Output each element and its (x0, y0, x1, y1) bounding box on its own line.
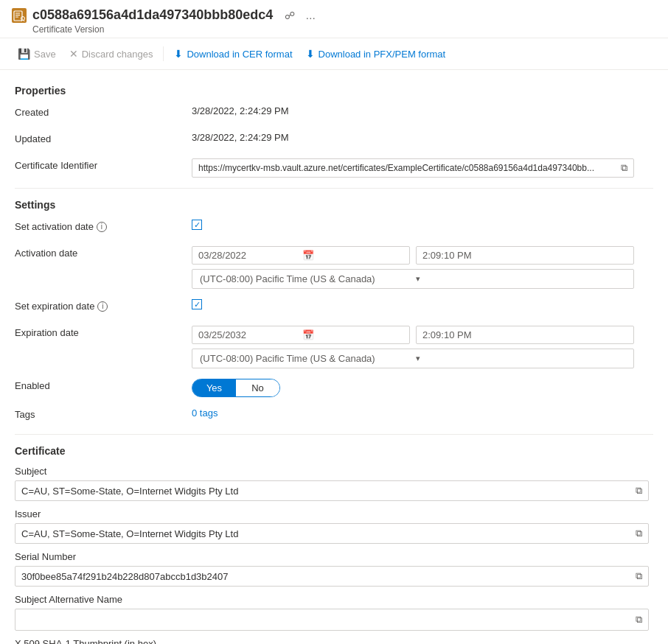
san-section: Subject Alternative Name ⧉ (15, 594, 653, 631)
set-activation-row: Set activation date i ✓ (15, 220, 653, 236)
activation-calendar-icon: 📅 (302, 250, 403, 261)
activation-date-text: 03/28/2022 (198, 250, 299, 261)
serial-section: Serial Number 30f0bee85a74f291b24b228d80… (15, 551, 653, 587)
activation-time-input[interactable]: 2:09:10 PM (416, 246, 634, 265)
created-value: 3/28/2022, 2:24:29 PM (192, 105, 653, 116)
tags-label: Tags (15, 407, 192, 420)
updated-row: Updated 3/28/2022, 2:24:29 PM (15, 132, 653, 148)
download-pfx-icon: ⬇ (306, 48, 315, 60)
updated-label: Updated (15, 132, 192, 144)
activation-date-label: Activation date (15, 246, 192, 259)
subject-value: C=AU, ST=Some-State, O=Internet Widgits … (21, 486, 631, 497)
issuer-value: C=AU, ST=Some-State, O=Internet Widgits … (21, 528, 631, 539)
serial-label: Serial Number (15, 551, 653, 562)
activation-info-icon[interactable]: i (97, 222, 107, 232)
expiration-info-icon[interactable]: i (97, 301, 108, 312)
separator-1 (163, 46, 164, 61)
set-expiration-checkbox[interactable]: ✓ (192, 299, 653, 309)
activation-date-input[interactable]: 03/28/2022 📅 (192, 246, 410, 265)
title-row: c0588a69156a4d1da497340bbb80edc4 ☍ … (12, 7, 656, 23)
cert-id-row: Certificate Identifier https://mycertkv-… (15, 158, 653, 178)
subject-section: Subject C=AU, ST=Some-State, O=Internet … (15, 466, 653, 501)
expiration-date-block: 03/25/2032 📅 2:09:10 PM (UTC-08:00) Paci… (192, 326, 653, 368)
expiration-date-label: Expiration date (15, 326, 192, 338)
activation-timezone-text: (UTC-08:00) Pacific Time (US & Canada) (200, 273, 410, 284)
expiration-timezone-row: (UTC-08:00) Pacific Time (US & Canada) ▾ (192, 349, 634, 368)
activation-date-row: Activation date 03/28/2022 📅 2:09:10 PM … (15, 246, 653, 289)
set-activation-checkbox[interactable]: ✓ (192, 220, 653, 230)
download-cer-button[interactable]: ⬇ Download in CER format (168, 44, 298, 63)
tags-row: Tags 0 tags (15, 407, 653, 424)
yes-button[interactable]: Yes (192, 379, 236, 396)
subject-copy-button[interactable]: ⧉ (631, 485, 642, 497)
cert-icon (12, 8, 27, 23)
divider-2 (15, 434, 653, 435)
activation-timezone-row: (UTC-08:00) Pacific Time (US & Canada) ▾ (192, 269, 634, 289)
toolbar: 💾 Save ✕ Discard changes ⬇ Download in C… (0, 38, 668, 70)
no-button[interactable]: No (236, 379, 279, 396)
set-expiration-label: Set expiration date i (15, 299, 192, 312)
expiration-date-time-row: 03/25/2032 📅 2:09:10 PM (192, 326, 634, 344)
discard-button[interactable]: ✕ Discard changes (63, 44, 159, 63)
expiration-chevron-icon: ▾ (416, 354, 626, 363)
cert-id-value: https://mycertkv-msb.vault.azure.net/cer… (192, 158, 653, 178)
serial-field: 30f0bee85a74f291b24b228d807abccb1d3b2407… (15, 566, 649, 587)
subject-field: C=AU, ST=Some-State, O=Internet Widgits … (15, 480, 649, 501)
expiration-date-text: 03/25/2032 (198, 329, 299, 340)
cert-id-box: https://mycertkv-msb.vault.azure.net/cer… (192, 158, 634, 178)
save-icon: 💾 (18, 48, 30, 60)
issuer-label: Issuer (15, 508, 653, 519)
activation-chevron-icon: ▾ (416, 274, 626, 284)
download-cer-label: Download in CER format (187, 49, 292, 60)
expiration-date-input[interactable]: 03/25/2032 📅 (192, 326, 410, 344)
tags-value: 0 tags (192, 407, 653, 419)
issuer-section: Issuer C=AU, ST=Some-State, O=Internet W… (15, 508, 653, 544)
subject-label: Subject (15, 466, 653, 477)
cert-id-copy-button[interactable]: ⧉ (616, 162, 627, 174)
activation-timezone-select[interactable]: (UTC-08:00) Pacific Time (US & Canada) ▾ (192, 269, 634, 289)
pin-button[interactable]: ☍ (282, 8, 298, 23)
san-copy-button[interactable]: ⧉ (631, 614, 642, 626)
expiration-timezone-select[interactable]: (UTC-08:00) Pacific Time (US & Canada) ▾ (192, 349, 634, 368)
created-row: Created 3/28/2022, 2:24:29 PM (15, 105, 653, 122)
subtitle: Certificate Version (32, 24, 656, 35)
issuer-field: C=AU, ST=Some-State, O=Internet Widgits … (15, 523, 649, 544)
download-pfx-button[interactable]: ⬇ Download in PFX/PEM format (300, 44, 452, 63)
san-field: ⧉ (15, 609, 649, 631)
expiration-calendar-icon: 📅 (302, 329, 403, 340)
enabled-label: Enabled (15, 379, 192, 391)
expiration-date-row: Expiration date 03/25/2032 📅 2:09:10 PM … (15, 326, 653, 368)
page-title: c0588a69156a4d1da497340bbb80edc4 (32, 7, 273, 23)
updated-value: 3/28/2022, 2:24:29 PM (192, 132, 653, 143)
properties-heading: Properties (15, 85, 653, 97)
save-label: Save (34, 49, 56, 60)
set-activation-label: Set activation date i (15, 220, 192, 232)
download-pfx-label: Download in PFX/PEM format (319, 49, 446, 60)
issuer-copy-button[interactable]: ⧉ (631, 528, 642, 539)
expiration-checkbox[interactable]: ✓ (192, 299, 202, 309)
divider-1 (15, 188, 653, 189)
serial-value: 30f0bee85a74f291b24b228d807abccb1d3b2407 (21, 571, 631, 582)
expiration-time-text: 2:09:10 PM (422, 329, 472, 340)
expiration-time-input[interactable]: 2:09:10 PM (416, 326, 634, 344)
activation-date-time-row: 03/28/2022 📅 2:09:10 PM (192, 246, 634, 265)
download-cer-icon: ⬇ (174, 48, 183, 60)
cert-id-label: Certificate Identifier (15, 158, 192, 171)
cert-id-text: https://mycertkv-msb.vault.azure.net/cer… (198, 163, 616, 173)
settings-heading: Settings (15, 199, 653, 211)
set-expiration-row: Set expiration date i ✓ (15, 299, 653, 315)
san-label: Subject Alternative Name (15, 594, 653, 605)
svg-point-4 (21, 16, 25, 20)
yes-no-toggle[interactable]: Yes No (192, 379, 280, 397)
header: c0588a69156a4d1da497340bbb80edc4 ☍ … Cer… (0, 0, 668, 38)
more-button[interactable]: … (302, 8, 319, 23)
tags-link[interactable]: 0 tags (192, 407, 218, 419)
expiration-timezone-text: (UTC-08:00) Pacific Time (US & Canada) (200, 353, 410, 364)
certificate-heading: Certificate (15, 445, 653, 457)
enabled-row: Enabled Yes No (15, 379, 653, 397)
save-button[interactable]: 💾 Save (12, 44, 62, 63)
activation-checkbox[interactable]: ✓ (192, 220, 202, 230)
serial-copy-button[interactable]: ⧉ (631, 570, 642, 582)
thumbprint-label: X.509 SHA-1 Thumbprint (in hex) (15, 638, 653, 644)
title-actions: ☍ … (282, 8, 319, 23)
